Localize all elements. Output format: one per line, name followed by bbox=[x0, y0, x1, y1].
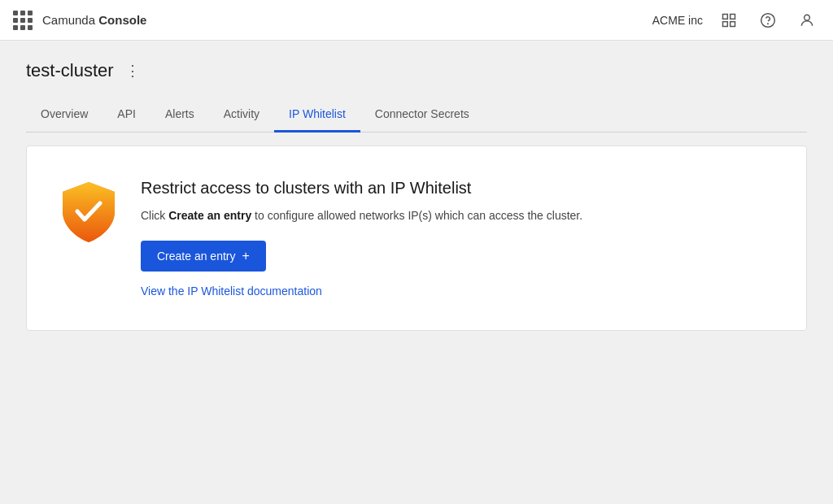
shield-icon bbox=[59, 179, 118, 247]
tab-alerts[interactable]: Alerts bbox=[150, 98, 209, 133]
tab-api[interactable]: API bbox=[102, 98, 150, 133]
nav-right: ACME inc bbox=[652, 7, 820, 33]
create-entry-plus-icon: + bbox=[242, 249, 250, 263]
apps-grid-icon[interactable] bbox=[13, 11, 33, 30]
tab-bar: Overview API Alerts Activity IP Whitelis… bbox=[26, 98, 807, 133]
top-navigation: Camunda Console ACME inc bbox=[0, 0, 833, 41]
svg-rect-0 bbox=[723, 14, 728, 19]
brand-prefix: Camunda bbox=[42, 13, 95, 27]
card-content: Restrict access to clusters with an IP W… bbox=[141, 179, 774, 298]
svg-rect-2 bbox=[731, 21, 735, 26]
brand-suffix: Console bbox=[98, 13, 146, 27]
org-name: ACME inc bbox=[652, 14, 703, 27]
svg-point-6 bbox=[805, 15, 810, 20]
svg-rect-3 bbox=[723, 21, 728, 26]
cluster-more-button[interactable]: ⋮ bbox=[120, 60, 145, 81]
svg-rect-1 bbox=[731, 14, 735, 19]
org-icon-button[interactable] bbox=[716, 7, 742, 33]
documentation-link[interactable]: View the IP Whitelist documentation bbox=[141, 285, 774, 298]
cluster-name: test-cluster bbox=[26, 60, 114, 81]
svg-point-4 bbox=[761, 13, 775, 27]
user-icon-button[interactable] bbox=[794, 7, 820, 33]
help-icon-button[interactable] bbox=[755, 7, 781, 33]
tab-activity[interactable]: Activity bbox=[209, 98, 274, 133]
tab-connector-secrets[interactable]: Connector Secrets bbox=[360, 98, 484, 133]
card-title: Restrict access to clusters with an IP W… bbox=[141, 179, 774, 198]
ip-whitelist-card: Restrict access to clusters with an IP W… bbox=[26, 146, 807, 331]
tab-ip-whitelist[interactable]: IP Whitelist bbox=[274, 98, 360, 133]
page-content: test-cluster ⋮ Overview API Alerts Activ… bbox=[0, 41, 833, 350]
create-entry-button[interactable]: Create an entry + bbox=[141, 241, 266, 272]
card-description: Click Create an entry to configure allow… bbox=[141, 207, 774, 224]
cluster-header: test-cluster ⋮ bbox=[26, 60, 807, 81]
tab-overview[interactable]: Overview bbox=[26, 98, 102, 133]
nav-left: Camunda Console bbox=[13, 11, 652, 30]
create-entry-label: Create an entry bbox=[157, 250, 236, 263]
brand-logo: Camunda Console bbox=[42, 13, 146, 27]
